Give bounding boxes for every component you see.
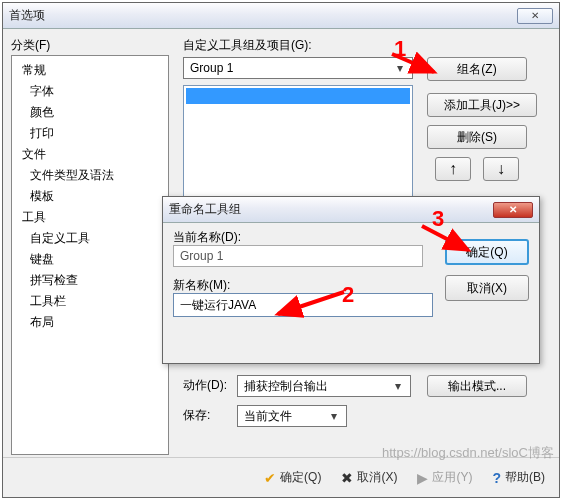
output-mode-button[interactable]: 输出模式...: [427, 375, 527, 397]
groupname-button[interactable]: 组名(Z): [427, 57, 527, 81]
action-dropdown-value: 捕获控制台输出: [244, 378, 328, 395]
cross-icon: ✖: [341, 471, 353, 485]
groups-label: 自定义工具组及项目(G):: [183, 37, 312, 54]
tree-group-tools[interactable]: 工具: [12, 207, 168, 228]
category-tree[interactable]: 常规 字体 颜色 打印 文件 文件类型及语法 模板 工具 自定义工具 键盘 拼写…: [11, 55, 169, 455]
current-name-label: 当前名称(D):: [173, 229, 241, 246]
tools-listbox[interactable]: [183, 85, 413, 205]
help-icon: ?: [492, 471, 501, 485]
delete-button[interactable]: 删除(S): [427, 125, 527, 149]
arrow-down-icon: ↓: [497, 160, 505, 178]
tree-group-file[interactable]: 文件: [12, 144, 168, 165]
chevron-down-icon: ▾: [392, 61, 408, 75]
add-tool-button[interactable]: 添加工具(J)>>: [427, 93, 537, 117]
ok-button[interactable]: ✔ 确定(Q): [264, 469, 321, 486]
tree-item-font[interactable]: 字体: [12, 81, 168, 102]
footer: ✔ 确定(Q) ✖ 取消(X) ▶ 应用(Y) ? 帮助(B): [3, 457, 559, 497]
move-down-button[interactable]: ↓: [483, 157, 519, 181]
window-title: 首选项: [9, 7, 45, 24]
chevron-down-icon: ▾: [326, 409, 342, 423]
new-name-label: 新名称(M):: [173, 277, 230, 294]
tree-item-spellcheck[interactable]: 拼写检查: [12, 270, 168, 291]
action-dropdown[interactable]: 捕获控制台输出 ▾: [237, 375, 411, 397]
tree-item-template[interactable]: 模板: [12, 186, 168, 207]
sidebar-label: 分类(F): [11, 37, 50, 54]
cancel-button[interactable]: ✖ 取消(X): [341, 469, 397, 486]
play-icon: ▶: [417, 471, 428, 485]
tree-group-general[interactable]: 常规: [12, 60, 168, 81]
tree-item-toolbar[interactable]: 工具栏: [12, 291, 168, 312]
tree-item-keyboard[interactable]: 键盘: [12, 249, 168, 270]
tree-item-color[interactable]: 颜色: [12, 102, 168, 123]
tree-item-filetype[interactable]: 文件类型及语法: [12, 165, 168, 186]
watermark-text: https://blog.csdn.net/sloC博客: [382, 444, 554, 462]
rename-group-dialog: 重命名工具组 ✕ 当前名称(D): Group 1 新名称(M): 确定(Q) …: [162, 196, 540, 364]
tree-item-customtools[interactable]: 自定义工具: [12, 228, 168, 249]
dialog-cancel-button[interactable]: 取消(X): [445, 275, 529, 301]
group-dropdown-value: Group 1: [190, 61, 233, 75]
arrow-up-icon: ↑: [449, 160, 457, 178]
action-label: 动作(D):: [183, 377, 227, 394]
list-item[interactable]: [186, 88, 410, 104]
chevron-down-icon: ▾: [390, 379, 406, 393]
move-up-button[interactable]: ↑: [435, 157, 471, 181]
titlebar-child: 重命名工具组 ✕: [163, 197, 539, 223]
tree-item-print[interactable]: 打印: [12, 123, 168, 144]
save-dropdown[interactable]: 当前文件 ▾: [237, 405, 347, 427]
tree-item-layout[interactable]: 布局: [12, 312, 168, 333]
new-name-input[interactable]: [173, 293, 433, 317]
group-dropdown[interactable]: Group 1 ▾: [183, 57, 413, 79]
check-icon: ✔: [264, 471, 276, 485]
close-icon[interactable]: ✕: [493, 202, 533, 218]
close-icon[interactable]: ✕: [517, 8, 553, 24]
help-button[interactable]: ? 帮助(B): [492, 469, 545, 486]
child-window-title: 重命名工具组: [169, 201, 241, 218]
save-dropdown-value: 当前文件: [244, 408, 292, 425]
titlebar-main: 首选项 ✕: [3, 3, 559, 29]
save-label: 保存:: [183, 407, 210, 424]
dialog-ok-button[interactable]: 确定(Q): [445, 239, 529, 265]
apply-button: ▶ 应用(Y): [417, 469, 472, 486]
current-name-value: Group 1: [173, 245, 423, 267]
